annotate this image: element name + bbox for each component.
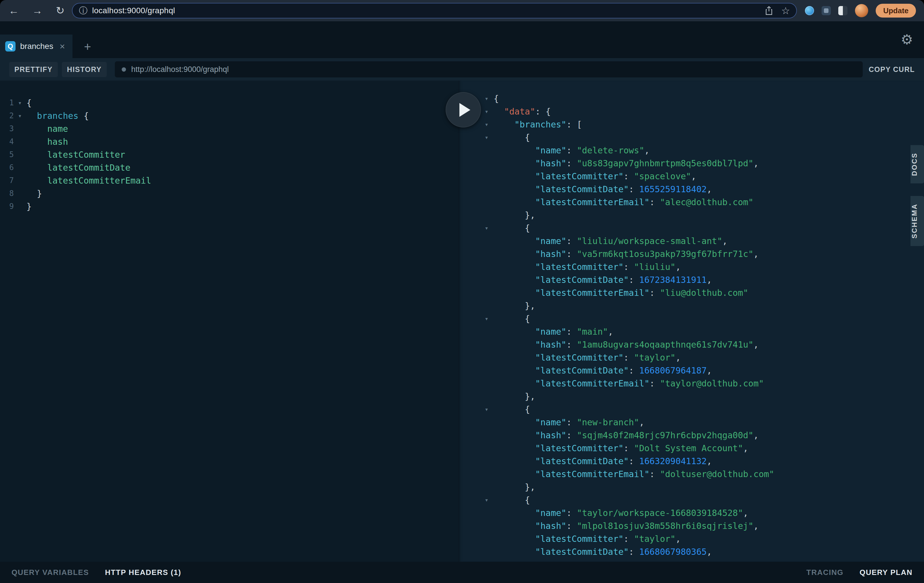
fold-arrow-icon[interactable]: ▾: [459, 312, 491, 325]
response-line: },: [459, 390, 924, 403]
code-text: }: [26, 200, 31, 213]
code-text: "name": "main",: [493, 325, 613, 338]
query-line[interactable]: 7 latestCommitterEmail: [0, 174, 459, 187]
code-text: },: [493, 390, 535, 403]
fold-arrow-icon[interactable]: ▾: [459, 494, 491, 507]
editor-area: 1▾{2▾ branches {3 name4 hash5 latestComm…: [0, 81, 924, 562]
tab-close-icon[interactable]: ×: [59, 41, 65, 52]
query-variables-toggle[interactable]: QUERY VARIABLES: [12, 568, 89, 577]
query-plan-toggle[interactable]: QUERY PLAN: [860, 568, 912, 577]
code-text: {: [493, 131, 530, 144]
response-line: "name": "main",: [459, 325, 924, 338]
response-line: "latestCommitter": "taylor",: [459, 532, 924, 545]
line-number: 1: [0, 96, 14, 109]
fold-spacer: [459, 545, 491, 558]
response-line: "latestCommitterEmail": "taylor@dolthub.…: [459, 377, 924, 390]
copy-curl-button[interactable]: COPY CURL: [869, 65, 915, 74]
reload-icon[interactable]: ↻: [56, 5, 64, 16]
tab-branches[interactable]: Q branches ×: [0, 35, 73, 58]
share-icon[interactable]: [765, 6, 773, 15]
site-info-icon[interactable]: ⓘ: [79, 5, 87, 17]
browser-chrome: ← → ↻ ⓘ localhost:9000/graphql ☆ Update …: [0, 0, 924, 21]
query-line[interactable]: 6 latestCommitDate: [0, 161, 459, 174]
query-line[interactable]: 8 }: [0, 187, 459, 200]
code-text: "name": "new-branch",: [493, 416, 644, 429]
fold-arrow-icon[interactable]: ▾: [14, 96, 26, 109]
fold-spacer: [459, 286, 491, 299]
code-text: latestCommitDate: [26, 161, 130, 174]
play-icon: [459, 103, 470, 117]
execute-query-button[interactable]: [446, 92, 481, 127]
new-tab-button[interactable]: +: [84, 41, 91, 53]
endpoint-status-dot-icon: [122, 67, 126, 72]
response-line: "name": "new-branch",: [459, 416, 924, 429]
code-text: "latestCommitter": "taylor",: [493, 532, 681, 545]
fold-spacer: [459, 196, 491, 209]
playground-tabbar: Q branches × + ⚙: [0, 21, 924, 58]
fold-spacer: [14, 174, 26, 187]
line-number: 9: [0, 200, 14, 213]
code-text: "hash": "mlpol81osjuv38m558hr6i0sqjrisle…: [493, 519, 759, 532]
code-text: "hash": "u8s83gapv7ghnbmrtpm8q5es0dbl7lp…: [493, 157, 759, 170]
fold-spacer: [14, 135, 26, 148]
fold-spacer: [459, 429, 491, 442]
code-text: "latestCommitDate": 1663209041132,: [493, 455, 712, 467]
tracing-toggle[interactable]: TRACING: [806, 568, 843, 577]
response-line: ▾ "data": {: [459, 105, 924, 118]
code-text: "latestCommitterEmail": "taylor@dolthub.…: [493, 377, 764, 390]
response-line: ▾ {: [459, 221, 924, 235]
fold-arrow-icon[interactable]: ▾: [459, 221, 491, 235]
response-line: "latestCommitter": "spacelove",: [459, 170, 924, 183]
fold-spacer: [459, 183, 491, 196]
query-line[interactable]: 2▾ branches {: [0, 109, 459, 122]
code-text: "latestCommitDate": 1655259118402,: [493, 183, 712, 196]
extension-icon[interactable]: [822, 6, 831, 15]
fold-spacer: [459, 235, 491, 248]
extension-atom-icon[interactable]: [805, 6, 814, 15]
query-editor[interactable]: 1▾{2▾ branches {3 name4 hash5 latestComm…: [0, 81, 459, 562]
docs-tab[interactable]: DOCS: [911, 145, 924, 183]
query-line[interactable]: 4 hash: [0, 135, 459, 148]
extension-darkmode-icon[interactable]: [838, 6, 848, 15]
browser-window: ← → ↻ ⓘ localhost:9000/graphql ☆ Update …: [0, 0, 924, 583]
code-text: "latestCommitter": "liuliu",: [493, 261, 681, 273]
fold-spacer: [459, 519, 491, 532]
url-text[interactable]: localhost:9000/graphql: [92, 6, 757, 15]
response-line: "latestCommitDate": 1663209041132,: [459, 455, 924, 467]
response-line: "latestCommitDate": 1668067980365,: [459, 545, 924, 558]
schema-tab[interactable]: SCHEMA: [911, 196, 924, 246]
code-text: "name": "taylor/workspace-1668039184528"…: [493, 507, 748, 519]
response-line: "hash": "u8s83gapv7ghnbmrtpm8q5es0dbl7lp…: [459, 157, 924, 170]
code-text: {: [493, 494, 530, 507]
line-number: 3: [0, 122, 14, 135]
code-text: "hash": "va5rm6kqt1osu3pakp739gf67bfrr71…: [493, 248, 759, 261]
response-line: "latestCommitDate": 1668067964187,: [459, 364, 924, 377]
fold-spacer: [459, 416, 491, 429]
query-line[interactable]: 3 name: [0, 122, 459, 135]
forward-icon[interactable]: →: [32, 5, 43, 16]
query-line[interactable]: 5 latestCommitter: [0, 148, 459, 161]
fold-spacer: [459, 170, 491, 183]
profile-avatar[interactable]: [855, 4, 868, 17]
fold-arrow-icon[interactable]: ▾: [459, 403, 491, 416]
query-tab-icon: Q: [5, 41, 15, 51]
back-icon[interactable]: ←: [8, 5, 19, 16]
query-line[interactable]: 1▾{: [0, 96, 459, 109]
code-text: "latestCommitterEmail": "alec@dolthub.co…: [493, 196, 753, 209]
query-line[interactable]: 9}: [0, 200, 459, 213]
line-number: 5: [0, 148, 14, 161]
prettify-button[interactable]: PRETTIFY: [9, 62, 58, 77]
response-line: ▾ {: [459, 494, 924, 507]
browser-update-button[interactable]: Update: [876, 4, 916, 18]
bookmark-star-icon[interactable]: ☆: [781, 5, 790, 17]
fold-arrow-icon[interactable]: ▾: [14, 109, 26, 122]
settings-gear-icon[interactable]: ⚙: [901, 33, 913, 46]
http-headers-toggle[interactable]: HTTP HEADERS (1): [105, 568, 181, 577]
address-bar[interactable]: ⓘ localhost:9000/graphql ☆: [72, 3, 797, 18]
code-text: {: [493, 312, 530, 325]
endpoint-input[interactable]: [131, 65, 856, 74]
history-button[interactable]: HISTORY: [62, 62, 107, 77]
fold-arrow-icon[interactable]: ▾: [459, 131, 491, 144]
line-number: 4: [0, 135, 14, 148]
endpoint-field: [115, 61, 863, 78]
